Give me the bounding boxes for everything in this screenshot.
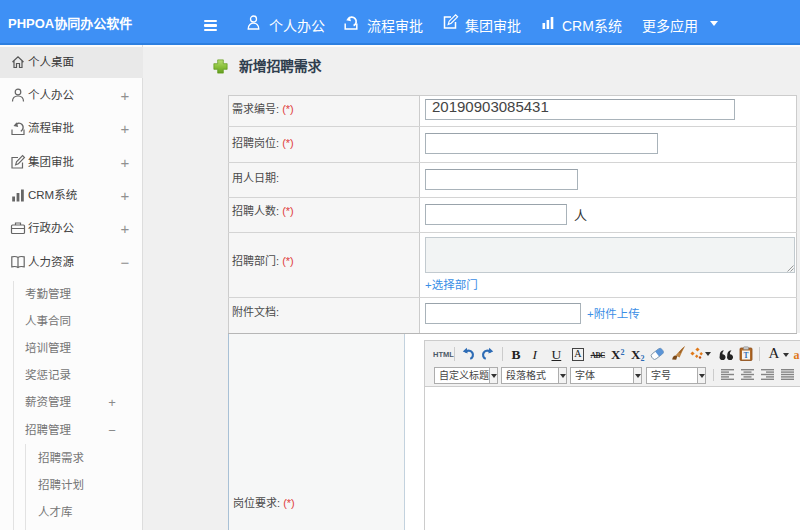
svg-text:T: T	[743, 351, 748, 360]
